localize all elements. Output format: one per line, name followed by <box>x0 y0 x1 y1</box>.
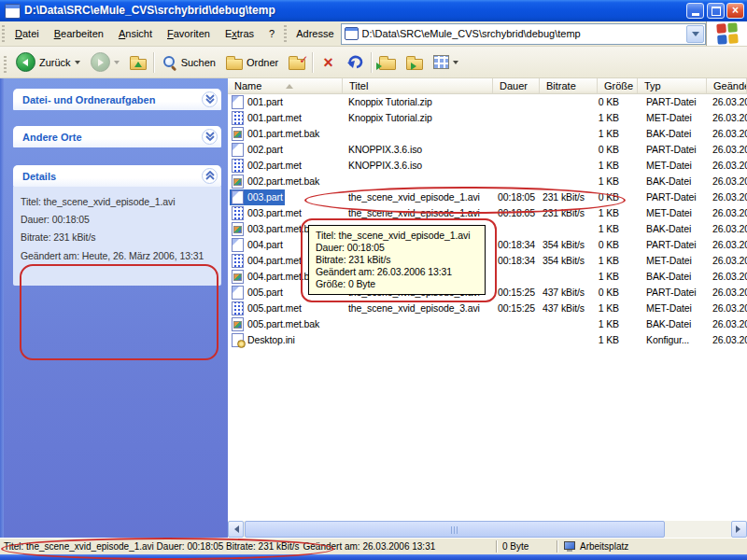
toolbar-separator <box>371 52 373 73</box>
table-row[interactable]: 003.part.met.bak1 KBBAK-Datei26.03.2006 <box>228 221 747 237</box>
table-row[interactable]: 001.part.met.bak1 KBBAK-Datei26.03.2006 <box>228 126 747 142</box>
close-button[interactable]: × <box>726 3 744 19</box>
delete-button[interactable]: × <box>317 52 340 73</box>
met-file-icon <box>231 301 245 315</box>
back-dropdown-icon[interactable] <box>75 61 80 67</box>
up-button[interactable] <box>126 53 150 72</box>
address-combo[interactable]: D:\Data\SRC\eMule_CVS\srchybrid\debug\te… <box>341 23 706 45</box>
table-row[interactable]: 002.part.met.bak1 KBBAK-Datei26.03.2006 <box>228 174 747 189</box>
file-name-label: 003.part <box>247 189 283 205</box>
menu-item-?[interactable]: ? <box>261 22 282 46</box>
bitrate-cell <box>540 316 598 332</box>
table-row[interactable]: 005.partthe_scene_xvid_episode_3.avi00:1… <box>228 285 747 301</box>
selected-file-name[interactable]: 003.part <box>230 189 285 205</box>
back-button[interactable]: Zurück <box>12 50 84 74</box>
table-row[interactable]: 002.partKNOPPIX.3.6.iso0 KBPART-Datei26.… <box>228 142 747 158</box>
move-to-button[interactable] <box>375 53 400 72</box>
panel-details-header[interactable]: Details <box>13 165 221 187</box>
menu-item-extras[interactable]: Extras <box>218 22 261 46</box>
forward-button[interactable] <box>87 50 123 74</box>
dauer-cell <box>493 316 540 332</box>
horizontal-scrollbar[interactable] <box>228 521 747 538</box>
file-name[interactable]: 001.part <box>230 94 285 110</box>
views-button[interactable] <box>430 53 462 71</box>
file-name[interactable]: 004.part <box>230 237 285 253</box>
file-name[interactable]: 002.part.met <box>230 158 303 174</box>
file-name[interactable]: 002.part <box>230 142 285 158</box>
table-row[interactable]: 001.partKnoppix Tutorial.zip0 KBPART-Dat… <box>228 94 747 110</box>
scroll-right-button[interactable] <box>731 521 747 538</box>
chevron-double-down-icon[interactable] <box>202 91 218 107</box>
menu-item-bearbeiten[interactable]: Bearbeiten <box>47 22 111 46</box>
bitrate-cell: 231 kBit/s <box>540 189 598 205</box>
typ-cell: MET-Datei <box>638 301 707 316</box>
status-info-pane: Titel: the_scene_xvid_episode_1.avi Daue… <box>0 541 496 552</box>
table-row[interactable]: 003.part.metthe_scene_xvid_episode_1.avi… <box>228 205 747 221</box>
folder-check-icon: ✓ <box>289 59 305 70</box>
menu-item-ansicht[interactable]: Ansicht <box>111 22 160 46</box>
search-label: Suchen <box>181 57 216 68</box>
scrollbar-thumb[interactable] <box>245 521 665 538</box>
address-value: D:\Data\SRC\eMule_CVS\srchybrid\debug\te… <box>362 28 581 39</box>
undo-button[interactable] <box>343 52 368 72</box>
file-name-label: 001.part.met <box>247 110 302 126</box>
folder-check-button[interactable]: ✓ <box>285 53 309 72</box>
toolbar-grip[interactable] <box>284 25 287 42</box>
typ-cell: PART-Datei <box>638 142 707 158</box>
date-cell: 26.03.2006 <box>707 237 747 253</box>
file-name[interactable]: 002.part.met.bak <box>230 174 321 189</box>
table-row[interactable]: 001.part.metKnoppix Tutorial.zip1 KBMET-… <box>228 110 747 126</box>
views-dropdown-icon[interactable] <box>453 61 458 67</box>
file-name[interactable]: Desktop.ini <box>230 332 297 348</box>
table-row[interactable]: 003.partthe_scene_xvid_episode_1.avi00:1… <box>228 189 747 205</box>
date-cell: 26.03.2006 <box>707 253 747 269</box>
scrollbar-track[interactable] <box>665 521 731 538</box>
table-row[interactable]: 004.part.metthe_scene_xvid_episode_2.avi… <box>228 253 747 269</box>
title-bar[interactable]: D:\Data\SRC\eMule_CVS\srchybrid\debug\te… <box>0 0 747 21</box>
file-name[interactable]: 004.part.met <box>230 253 303 269</box>
table-row[interactable]: Desktop.ini1 KBKonfigur...26.03.2006 <box>228 332 747 348</box>
copy-to-button[interactable] <box>402 53 427 72</box>
date-cell: 26.03.2006 <box>707 269 747 285</box>
file-name[interactable]: 001.part.met.bak <box>230 126 321 142</box>
file-name[interactable]: 005.part.met.bak <box>230 316 321 332</box>
table-row[interactable]: 005.part.met.bak1 KBBAK-Datei26.03.2006 <box>228 316 747 332</box>
name-cell: 002.part <box>228 142 343 158</box>
file-name[interactable]: 005.part <box>230 285 285 301</box>
menu-item-favoriten[interactable]: Favoriten <box>160 22 218 46</box>
file-name[interactable]: 003.part.met <box>230 205 303 221</box>
column-header-name[interactable]: Name <box>228 78 343 94</box>
search-button[interactable]: Suchen <box>158 52 219 72</box>
details-line: Geändert am: Heute, 26. März 2006, 13:31 <box>21 249 214 262</box>
column-headers: Name Titel Dauer Bitrate Größe Typ Geänd… <box>228 78 747 94</box>
file-name[interactable]: 001.part.met <box>230 110 303 126</box>
chevron-double-up-icon[interactable] <box>202 168 218 184</box>
toolbar-grip[interactable] <box>4 56 7 73</box>
table-row[interactable]: 004.part.met.bak1 KBBAK-Datei26.03.2006 <box>228 269 747 285</box>
title-cell: KNOPPIX.3.6.iso <box>343 158 493 174</box>
folders-button[interactable]: Ordner <box>222 53 282 72</box>
column-header-typ[interactable]: Typ <box>638 78 707 94</box>
restore-button[interactable] <box>707 3 725 19</box>
toolbar-grip[interactable] <box>2 25 5 42</box>
tooltip-line: Dauer: 00:18:05 <box>316 242 478 254</box>
minimize-button[interactable] <box>686 3 704 19</box>
panel-file-tasks-header[interactable]: Datei- und Ordneraufgaben <box>13 89 221 110</box>
table-row[interactable]: 004.partthe_scene_xvid_episode_2.avi00:1… <box>228 237 747 253</box>
column-header-titel[interactable]: Titel <box>343 78 493 94</box>
file-name[interactable]: 005.part.met <box>230 301 303 316</box>
address-dropdown-button[interactable] <box>686 25 704 43</box>
column-header-geaendert[interactable]: Geändert <box>707 78 747 94</box>
typ-cell: BAK-Datei <box>638 126 707 142</box>
scroll-left-button[interactable] <box>228 521 244 538</box>
chevron-double-down-icon[interactable] <box>202 129 218 145</box>
column-header-bitrate[interactable]: Bitrate <box>540 78 598 94</box>
column-header-dauer[interactable]: Dauer <box>493 78 540 94</box>
menu-item-datei[interactable]: Datei <box>7 22 47 46</box>
window-bottom-border <box>0 553 747 560</box>
table-row[interactable]: 002.part.metKNOPPIX.3.6.iso1 KBMET-Datei… <box>228 158 747 174</box>
column-header-groesse[interactable]: Größe <box>598 78 638 94</box>
bitrate-cell <box>540 174 598 189</box>
panel-other-places-header[interactable]: Andere Orte <box>13 126 221 147</box>
table-row[interactable]: 005.part.metthe_scene_xvid_episode_3.avi… <box>228 301 747 316</box>
